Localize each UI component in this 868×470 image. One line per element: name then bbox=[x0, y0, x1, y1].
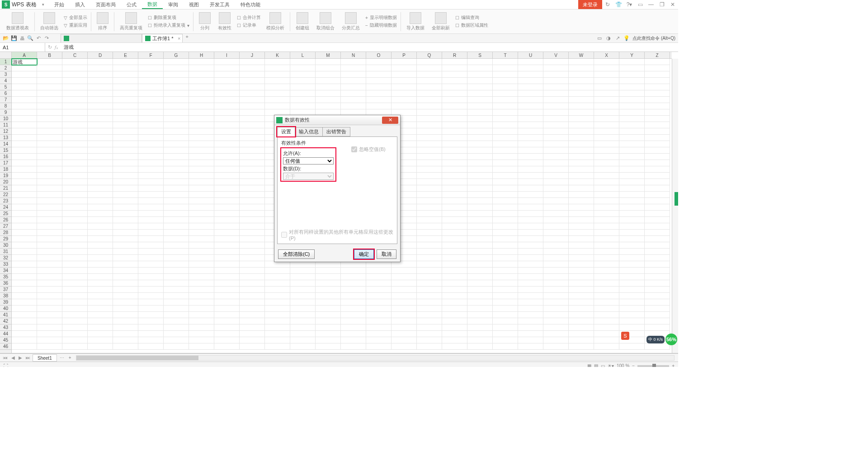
cell[interactable] bbox=[164, 268, 189, 274]
cell[interactable] bbox=[113, 179, 138, 185]
cell[interactable] bbox=[12, 211, 37, 217]
cell[interactable] bbox=[341, 293, 366, 299]
cell[interactable] bbox=[316, 65, 341, 71]
col-header[interactable]: I bbox=[214, 52, 240, 58]
cell[interactable] bbox=[467, 255, 493, 261]
cell[interactable] bbox=[189, 185, 214, 192]
cell[interactable] bbox=[467, 217, 493, 223]
cell[interactable] bbox=[569, 274, 594, 280]
cell[interactable] bbox=[493, 71, 518, 78]
cell[interactable] bbox=[62, 103, 88, 109]
cell[interactable] bbox=[366, 103, 392, 109]
cell[interactable] bbox=[164, 103, 189, 109]
cell[interactable] bbox=[594, 249, 619, 255]
col-header[interactable]: L bbox=[290, 52, 316, 58]
cell[interactable] bbox=[366, 78, 392, 84]
cell[interactable] bbox=[12, 293, 37, 299]
cell[interactable] bbox=[569, 179, 594, 185]
cell[interactable] bbox=[88, 122, 113, 128]
ribbon-autofilter[interactable]: 自动筛选 bbox=[37, 11, 62, 32]
cell[interactable] bbox=[645, 141, 670, 147]
cell[interactable] bbox=[37, 331, 62, 337]
cell[interactable] bbox=[240, 90, 265, 97]
cell[interactable] bbox=[240, 293, 265, 299]
cell[interactable] bbox=[265, 71, 290, 78]
cell[interactable] bbox=[569, 230, 594, 236]
row-header[interactable]: 28 bbox=[0, 230, 11, 236]
cell[interactable] bbox=[62, 109, 88, 116]
cell[interactable] bbox=[138, 65, 164, 71]
cell[interactable] bbox=[518, 217, 543, 223]
cell[interactable] bbox=[189, 312, 214, 318]
cell[interactable] bbox=[290, 103, 316, 109]
cell[interactable] bbox=[214, 90, 240, 97]
cell[interactable] bbox=[189, 78, 214, 84]
cell[interactable] bbox=[265, 293, 290, 299]
row-header[interactable]: 13 bbox=[0, 135, 11, 141]
cell[interactable] bbox=[442, 211, 467, 217]
cell[interactable] bbox=[62, 287, 88, 293]
cell[interactable] bbox=[467, 242, 493, 249]
col-header[interactable]: X bbox=[594, 52, 619, 58]
cell[interactable] bbox=[214, 160, 240, 166]
cell[interactable] bbox=[645, 318, 670, 324]
cell[interactable] bbox=[113, 160, 138, 166]
cell[interactable] bbox=[442, 324, 467, 331]
cell[interactable] bbox=[12, 103, 37, 109]
qa-open-icon[interactable]: 📂 bbox=[3, 35, 9, 42]
cell[interactable] bbox=[164, 255, 189, 261]
cell[interactable] bbox=[12, 343, 37, 350]
cell[interactable] bbox=[12, 109, 37, 116]
cell[interactable] bbox=[113, 84, 138, 90]
cell[interactable] bbox=[417, 306, 442, 312]
col-header[interactable]: C bbox=[62, 52, 88, 58]
cell[interactable] bbox=[113, 230, 138, 236]
cell[interactable] bbox=[467, 154, 493, 160]
cell[interactable] bbox=[12, 198, 37, 204]
cell[interactable] bbox=[88, 147, 113, 154]
cell[interactable] bbox=[518, 103, 543, 109]
cell[interactable] bbox=[594, 306, 619, 312]
cell[interactable] bbox=[12, 84, 37, 90]
cell[interactable] bbox=[240, 147, 265, 154]
cell[interactable] bbox=[240, 128, 265, 135]
cell[interactable] bbox=[543, 217, 569, 223]
cell[interactable] bbox=[569, 147, 594, 154]
cell[interactable] bbox=[518, 154, 543, 160]
cell[interactable] bbox=[265, 299, 290, 306]
cell[interactable] bbox=[366, 268, 392, 274]
cell[interactable] bbox=[518, 65, 543, 71]
cell[interactable] bbox=[12, 312, 37, 318]
cell[interactable] bbox=[37, 84, 62, 90]
cell[interactable] bbox=[543, 306, 569, 312]
cell[interactable] bbox=[113, 293, 138, 299]
cell[interactable] bbox=[214, 166, 240, 173]
cell[interactable] bbox=[189, 261, 214, 268]
cell[interactable] bbox=[12, 65, 37, 71]
cell[interactable] bbox=[645, 97, 670, 103]
cell[interactable] bbox=[164, 318, 189, 324]
cell[interactable] bbox=[569, 78, 594, 84]
cell[interactable] bbox=[645, 84, 670, 90]
cell[interactable] bbox=[467, 331, 493, 337]
cell[interactable] bbox=[467, 324, 493, 331]
cell[interactable] bbox=[645, 249, 670, 255]
cell[interactable] bbox=[467, 268, 493, 274]
row-header[interactable]: 32 bbox=[0, 255, 11, 261]
cell[interactable] bbox=[265, 59, 290, 65]
cell[interactable] bbox=[493, 223, 518, 230]
cell[interactable] bbox=[543, 97, 569, 103]
row-header[interactable]: 27 bbox=[0, 223, 11, 230]
cell[interactable] bbox=[392, 331, 417, 337]
cell[interactable] bbox=[62, 223, 88, 230]
ribbon-editquery[interactable]: ☐ 编辑查询 bbox=[453, 14, 490, 21]
cell[interactable] bbox=[341, 331, 366, 337]
cell[interactable] bbox=[88, 261, 113, 268]
cell[interactable] bbox=[316, 71, 341, 78]
cell[interactable] bbox=[138, 147, 164, 154]
cell[interactable] bbox=[392, 261, 417, 268]
cell[interactable] bbox=[594, 198, 619, 204]
cell[interactable] bbox=[62, 312, 88, 318]
cell[interactable] bbox=[518, 166, 543, 173]
cell[interactable] bbox=[493, 116, 518, 122]
